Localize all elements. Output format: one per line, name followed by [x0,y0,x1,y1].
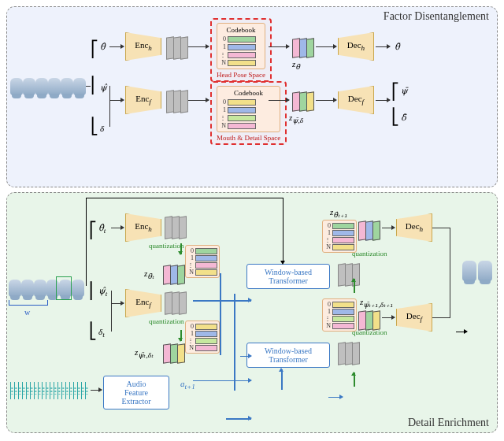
codebook-row: 0 [324,301,354,308]
feature-vectors-f [166,91,187,113]
transformer-1: Window-based Transformer [246,264,330,289]
z-psi-t1-label: zψ̄ₜ₊₁,δₜ₊₁ [360,297,393,309]
codebook-index: N [220,122,226,129]
codebook-row: 0 [220,35,262,43]
z-theta-t-vector [163,265,184,284]
connector [432,228,450,228]
output-face-pair [462,261,492,281]
lbl: Dec [406,311,421,321]
z-component [372,220,380,240]
z-component [177,343,185,363]
detail-enrichment-panel: Detail Enrichment w ⎡ ⎢ ⎣ θ̂t ψ̂t δt Enc… [6,192,498,433]
codebook-head-wrap: Codebook 01⋮N Head Pose Space [210,18,272,82]
decoder-f-bot: Decf [396,303,432,332]
z-component [177,265,185,284]
connector-blue [234,294,235,391]
codebook-mouth-wrap: Codebook 01⋮N Mouth & Detail Space [210,81,287,145]
lbl: f [421,316,423,324]
w-label: w [24,308,30,317]
codebook-row: N [220,59,262,66]
decoder-h-sub: h [361,45,365,53]
codebook-index: ⋮ [220,114,226,121]
codebook-row: N [324,322,354,329]
psi-bar-label: ψ̄ [401,86,408,96]
lbl: h [148,226,152,234]
quantization-label-3: quantization [352,250,387,258]
connector [111,303,124,304]
connector [109,86,110,127]
quant-arrow [180,330,182,341]
codebook-row: 1 [220,43,262,50]
codebook-entry [228,99,256,106]
connector [91,390,102,391]
codebook-row: 0 [187,323,217,330]
connector [316,46,336,47]
decoder-h: Dech [338,32,374,61]
codebook-index: 0 [220,35,226,43]
codebook-row: ⋮ [187,337,217,344]
codebook-row: 0 [324,222,354,229]
codebook-row: ⋮ [220,51,262,58]
codebook-row: 1 [187,330,217,337]
delta-t-label: δt [98,327,105,339]
codebook-row: N [187,269,217,276]
codebook-row: 1 [324,229,354,236]
bracket: ⎢ [89,284,97,298]
codebook-entry [228,52,256,58]
small-codebook-psi-out: 01⋮N [322,298,357,332]
connector [456,332,467,332]
connector-blue [220,273,221,355]
decoder-f-label: Dec [348,94,362,103]
split-bracket-top: ⎡ [91,42,98,56]
decoder-f: Decf [338,86,374,114]
transformer-2: Window-based Transformer [246,343,330,368]
z-component [306,38,314,57]
codebook-row: N [220,122,277,129]
connector [109,46,124,47]
bracket: ⎣ [89,324,97,338]
codebook-mouth: Codebook 01⋮N [217,86,280,132]
codebook-entry [228,44,256,50]
quant-arrow [180,243,182,254]
connector [376,100,390,101]
codebook-head: Codebook 01⋮N [217,23,265,69]
codebook-index: 0 [220,98,226,106]
codebook-row: 1 [324,308,354,315]
split-bracket-bot: ⎣ [91,119,98,133]
z-psi-label: zψ̄,δ [289,113,303,124]
z-component [306,91,314,111]
decoder-h-bot: Dech [396,213,432,242]
connector [269,100,289,101]
encoder-f-bot: Encf [125,289,161,317]
quant-arrow-up [354,372,355,387]
codebook-entry [228,115,256,121]
feature-vectors-h [166,37,187,59]
connector [86,198,87,286]
codebook-header: Codebook [220,26,262,34]
merge-bracket-top: ⎡ [391,84,399,98]
connector [111,291,112,332]
lbl: Enc [135,297,149,306]
z-component [372,310,380,330]
z-theta-vector [292,39,313,57]
connector [283,198,284,262]
codebook-header-2: Codebook [220,89,277,97]
connector [269,46,289,47]
audio-waveform [10,382,89,399]
feature-f-t [165,292,186,314]
encoder-h: Ench [125,32,161,61]
small-codebook-psi: 01⋮N [185,321,220,354]
panel-title-bot: Detail Enrichment [408,417,489,429]
theta-hat-label: θ̂ [100,42,106,52]
window-brace [9,300,48,306]
codebook-index: ⋮ [220,51,226,58]
codebook-row: 1 [187,254,217,261]
decoder-f-sub: f [362,98,365,106]
connector [382,317,395,318]
quant-arrow-up [354,279,355,293]
connector [450,228,450,318]
encoder-h-sub: h [148,45,152,53]
small-codebook-theta: 01⋮N [185,245,220,278]
codebook-row: N [187,344,217,351]
connector-blue [193,380,251,382]
